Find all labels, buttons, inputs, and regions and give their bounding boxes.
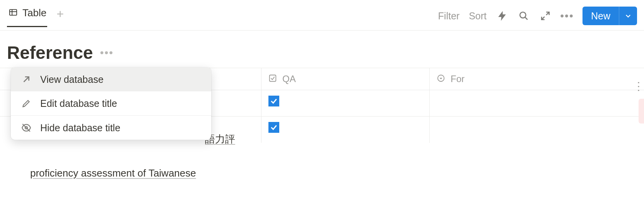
arrow-up-right-icon [21, 74, 32, 84]
cell-title-partial-below: proficiency assessment of Taiwanese [30, 167, 196, 179]
column-label-for: For [451, 74, 465, 84]
svg-rect-0 [10, 9, 17, 15]
row-color-tag [639, 99, 644, 124]
cell-for[interactable] [429, 117, 644, 143]
menu-item-edit-title[interactable]: Edit database title [11, 91, 211, 115]
dropdown-icon [437, 74, 445, 84]
new-button-group: New [583, 7, 637, 25]
add-view-button[interactable]: + [56, 8, 64, 24]
database-title-menu: View database Edit database title Hide d… [11, 67, 211, 140]
column-overflow-icon[interactable]: ⋮ [633, 80, 644, 93]
table-icon [8, 8, 19, 18]
filter-button[interactable]: Filter [438, 10, 460, 22]
menu-item-label: Hide database title [40, 122, 120, 134]
search-icon[interactable] [518, 10, 530, 22]
sort-button[interactable]: Sort [469, 10, 487, 22]
menu-item-label: View database [40, 74, 104, 85]
pencil-icon [21, 98, 32, 108]
cell-qa[interactable] [261, 90, 429, 116]
svg-line-9 [24, 77, 29, 82]
tab-label: Table [22, 7, 46, 19]
cell-for[interactable] [429, 90, 644, 116]
menu-item-hide-title[interactable]: Hide database title [11, 116, 211, 140]
eye-off-icon [21, 123, 32, 133]
column-qa[interactable]: QA [261, 68, 429, 90]
menu-item-view-database[interactable]: View database [11, 67, 211, 91]
title-more-icon[interactable]: ••• [100, 46, 113, 59]
expand-icon[interactable] [539, 10, 552, 22]
database-title[interactable]: Reference [7, 42, 93, 63]
view-toolbar: Table + Filter Sort ••• New [0, 0, 644, 30]
new-dropdown[interactable] [619, 7, 637, 25]
bolt-icon[interactable] [496, 10, 508, 22]
svg-point-3 [520, 12, 526, 18]
menu-item-label: Edit database title [40, 98, 117, 109]
cell-qa[interactable] [261, 117, 429, 143]
svg-line-10 [23, 106, 24, 107]
svg-line-4 [525, 17, 528, 20]
column-for[interactable]: For [429, 68, 644, 90]
checkbox-checked-icon[interactable] [268, 96, 279, 106]
checkbox-checked-icon[interactable] [268, 122, 279, 133]
checkbox-icon [268, 74, 277, 84]
new-button[interactable]: New [583, 7, 619, 25]
column-label-qa: QA [282, 74, 296, 84]
tab-table[interactable]: Table [7, 5, 47, 27]
svg-rect-7 [270, 75, 276, 82]
more-icon[interactable]: ••• [561, 10, 573, 22]
